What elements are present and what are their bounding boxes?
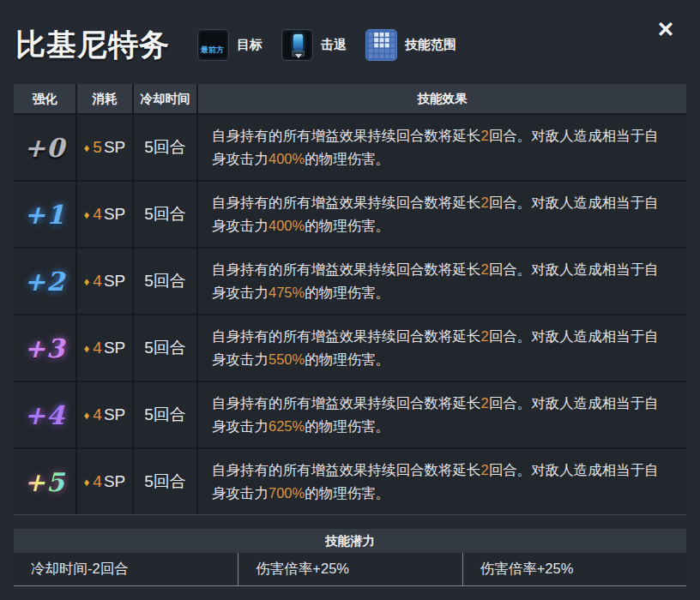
sp-diamond-icon: ♦ — [84, 141, 90, 154]
enhance-level-cell: +3 — [14, 315, 75, 381]
knockback-bar-shape — [293, 34, 303, 51]
enhance-level-cell: +1 — [14, 182, 75, 247]
skill-effect-cell: 自身持有的所有增益效果持续回合数将延长2回合。对敌人造成相当于自身攻击力400%… — [198, 182, 686, 247]
cooldown-cell: 5回合 — [134, 115, 196, 180]
enhance-level-cell: +2 — [14, 249, 75, 314]
sp-cost-cell: ♦4SP — [77, 182, 132, 247]
sp-diamond-icon: ♦ — [84, 342, 90, 355]
sp-cost-unit: SP — [104, 339, 125, 357]
enhance-level-label: +2 — [24, 267, 65, 297]
cooldown-cell: 5回合 — [134, 382, 196, 447]
effect-highlight-value: 2 — [481, 462, 489, 477]
sp-cost-value: 5 — [93, 138, 102, 157]
column-header-cooldown: 冷却时间 — [134, 84, 196, 113]
skill-potential-title: 技能潜力 — [14, 529, 686, 553]
skill-effect-text: 自身持有的所有增益效果持续回合数将延长2回合。对敌人造成相当于自身攻击力550%… — [212, 325, 673, 371]
skill-effect-cell: 自身持有的所有增益效果持续回合数将延长2回合。对敌人造成相当于自身攻击力550%… — [198, 315, 686, 381]
potential-cell: 伤害倍率+25% — [462, 553, 686, 585]
enhance-level-cell: +4 — [14, 382, 75, 447]
effect-text-segment: 的物理伤害。 — [305, 418, 389, 434]
table-row: +0♦5SP5回合自身持有的所有增益效果持续回合数将延长2回合。对敌人造成相当于… — [14, 115, 686, 180]
knockback-figure-icon — [281, 29, 313, 61]
enhance-level-cell: +0 — [14, 115, 75, 180]
effect-highlight-value: 550% — [269, 351, 305, 367]
effect-highlight-value: 2 — [481, 395, 489, 411]
skill-effect-cell: 自身持有的所有增益效果持续回合数将延长2回合。对敌人造成相当于自身攻击力475%… — [198, 249, 686, 314]
skill-effect-text: 自身持有的所有增益效果持续回合数将延长2回合。对敌人造成相当于自身攻击力625%… — [212, 392, 673, 438]
badge-knockback: 击退 — [281, 29, 347, 61]
effect-highlight-value: 625% — [269, 418, 305, 434]
cooldown-cell: 5回合 — [134, 182, 196, 247]
sp-cost-value: 4 — [93, 272, 102, 291]
skill-upgrade-table: 强化 消耗 冷却时间 技能效果 +0♦5SP5回合自身持有的所有增益效果持续回合… — [14, 84, 686, 515]
enhance-level-label: +3 — [24, 333, 65, 363]
effect-highlight-value: 400% — [269, 151, 305, 166]
enhance-level-cell: +5 — [14, 449, 75, 514]
potential-cells: 冷却时间-2回合伤害倍率+25%伤害倍率+25% — [14, 553, 686, 586]
cooldown-cell: 5回合 — [134, 449, 196, 514]
sp-cost-unit: SP — [104, 472, 125, 491]
enhance-level-label: +5 — [24, 467, 65, 497]
sp-cost-unit: SP — [104, 205, 125, 224]
table-row: +1♦4SP5回合自身持有的所有增益效果持续回合数将延长2回合。对敌人造成相当于… — [14, 182, 686, 247]
effect-text-segment: 自身持有的所有增益效果持续回合数将延长 — [212, 462, 481, 477]
effect-text-segment: 自身持有的所有增益效果持续回合数将延长 — [212, 328, 481, 344]
sp-cost-cell: ♦4SP — [77, 382, 132, 447]
sp-cost-value: 4 — [93, 472, 102, 491]
effect-text-segment: 自身持有的所有增益效果持续回合数将延长 — [212, 395, 481, 411]
frontmost-icon-text: 最前方 — [201, 45, 224, 56]
potential-cell: 冷却时间-2回合 — [14, 553, 238, 585]
sp-cost-value: 4 — [93, 205, 102, 224]
sp-diamond-icon: ♦ — [84, 409, 90, 422]
skill-effect-text: 自身持有的所有增益效果持续回合数将延长2回合。对敌人造成相当于自身攻击力700%… — [212, 459, 673, 505]
sp-cost-unit: SP — [104, 405, 125, 424]
cooldown-cell: 5回合 — [134, 315, 196, 381]
grid-range-icon — [365, 29, 397, 61]
effect-highlight-value: 2 — [481, 195, 489, 210]
sp-diamond-icon: ♦ — [84, 476, 90, 489]
effect-highlight-value: 700% — [269, 485, 305, 501]
effect-text-segment: 自身持有的所有增益效果持续回合数将延长 — [212, 128, 481, 143]
effect-text-segment: 的物理伤害。 — [305, 285, 389, 300]
sp-cost-unit: SP — [104, 138, 125, 157]
sp-diamond-icon: ♦ — [84, 208, 90, 221]
badge-target: 最前方 目标 — [197, 29, 262, 61]
column-header-effect: 技能效果 — [198, 84, 686, 113]
column-header-enhance: 强化 — [14, 84, 75, 113]
sp-cost-cell: ♦4SP — [77, 449, 132, 514]
sp-cost-unit: SP — [104, 272, 125, 291]
skill-attribute-badges: 最前方 目标 击退 — [197, 29, 456, 61]
column-header-cost: 消耗 — [77, 84, 132, 113]
badge-skill-range-label: 技能范围 — [405, 37, 456, 53]
effect-highlight-value: 475% — [269, 285, 305, 300]
effect-text-segment: 自身持有的所有增益效果持续回合数将延长 — [212, 195, 481, 210]
sp-cost-cell: ♦4SP — [77, 249, 132, 314]
enhance-level-label: +0 — [24, 133, 65, 163]
effect-highlight-value: 400% — [269, 218, 305, 233]
skill-effect-text: 自身持有的所有增益效果持续回合数将延长2回合。对敌人造成相当于自身攻击力400%… — [212, 124, 673, 171]
skill-potential-section: 技能潜力 冷却时间-2回合伤害倍率+25%伤害倍率+25% — [14, 529, 686, 586]
badge-target-label: 目标 — [237, 37, 262, 53]
table-row: +3♦4SP5回合自身持有的所有增益效果持续回合数将延长2回合。对敌人造成相当于… — [14, 315, 686, 381]
cooldown-cell: 5回合 — [134, 249, 196, 314]
effect-highlight-value: 2 — [481, 328, 489, 344]
frontmost-target-icon: 最前方 — [197, 29, 229, 61]
sp-cost-cell: ♦4SP — [77, 315, 132, 381]
effect-text-segment: 的物理伤害。 — [305, 485, 389, 501]
table-row: +2♦4SP5回合自身持有的所有增益效果持续回合数将延长2回合。对敌人造成相当于… — [14, 249, 686, 314]
skill-table-body: +0♦5SP5回合自身持有的所有增益效果持续回合数将延长2回合。对敌人造成相当于… — [14, 115, 686, 515]
effect-text-segment: 自身持有的所有增益效果持续回合数将延长 — [212, 261, 481, 277]
skill-effect-cell: 自身持有的所有增益效果持续回合数将延长2回合。对敌人造成相当于自身攻击力625%… — [198, 382, 686, 447]
skill-effect-cell: 自身持有的所有增益效果持续回合数将延长2回合。对敌人造成相当于自身攻击力700%… — [198, 449, 686, 514]
skill-effect-text: 自身持有的所有增益效果持续回合数将延长2回合。对敌人造成相当于自身攻击力400%… — [212, 191, 673, 237]
page-title: 比基尼特务 — [15, 25, 170, 65]
skill-effect-cell: 自身持有的所有增益效果持续回合数将延长2回合。对敌人造成相当于自身攻击力400%… — [198, 115, 686, 180]
close-button[interactable]: ✕ — [650, 14, 681, 45]
table-row: +4♦4SP5回合自身持有的所有增益效果持续回合数将延长2回合。对敌人造成相当于… — [14, 382, 686, 447]
sp-cost-value: 4 — [93, 339, 102, 357]
effect-highlight-value: 2 — [481, 128, 489, 143]
panel-header: 比基尼特务 最前方 目标 击退 — [0, 0, 700, 84]
table-row: +5♦4SP5回合自身持有的所有增益效果持续回合数将延长2回合。对敌人造成相当于… — [14, 449, 686, 514]
effect-text-segment: 的物理伤害。 — [305, 151, 389, 166]
effect-text-segment: 的物理伤害。 — [305, 218, 389, 233]
